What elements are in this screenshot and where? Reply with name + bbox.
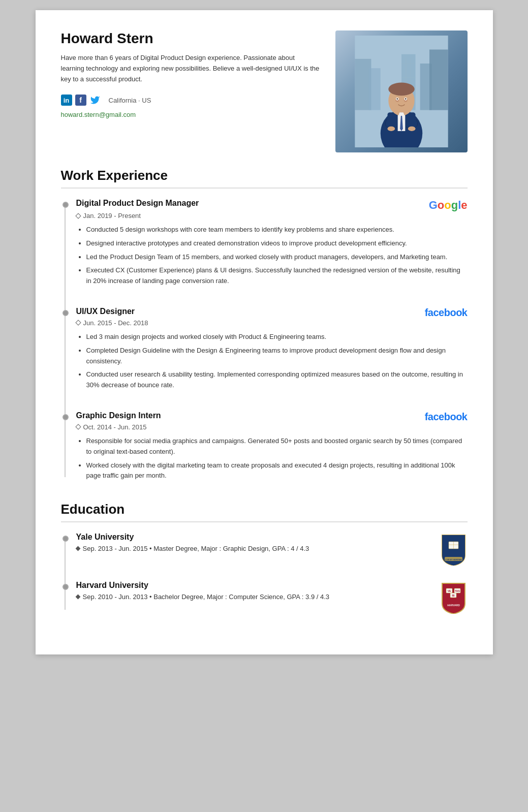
bullet-3-2: Worked closely with the digital marketin… — [86, 460, 468, 482]
social-icons: in f — [61, 95, 101, 106]
bullet-1-1: Conducted 5 design workshops with core t… — [86, 225, 468, 235]
job-title-1: Digital Product Design Manager — [76, 199, 199, 208]
job-date-1: Jan. 2019 - Present — [76, 212, 468, 220]
bullet-2-1: Led 3 main design projects and worked cl… — [86, 332, 468, 342]
job-content-3: Graphic Design Intern facebook Oct. 2014… — [76, 411, 468, 481]
job-date-2: Jun. 2015 - Dec. 2018 — [76, 319, 468, 327]
social-row: in f California · US — [61, 95, 320, 106]
job-date-3: Oct. 2014 - Jun. 2015 — [76, 423, 468, 431]
edu-item-1: Yale University Sep. 2013 - Jun. 2015 • … — [76, 533, 468, 566]
work-experience-title: Work Experience — [61, 168, 468, 189]
bullet-1-4: Executed CX (Customer Experience) plans … — [86, 265, 468, 287]
svg-rect-5 — [368, 68, 380, 110]
svg-text:LUX ET VERITAS: LUX ET VERITAS — [445, 558, 462, 561]
yale-logo: LUX ET VERITAS — [440, 533, 468, 566]
bullet-1-2: Designed interactive prototypes and crea… — [86, 238, 468, 249]
timeline-dot-3 — [63, 414, 69, 420]
edu-item-2: Harvard University Sep. 2010 - Jun. 2013… — [76, 581, 468, 614]
svg-text:TAS: TAS — [455, 589, 460, 592]
header-bio: Have more than 6 years of Digital Produc… — [61, 53, 320, 84]
svg-point-16 — [388, 83, 414, 96]
edu-dot-2 — [63, 584, 69, 590]
education-title: Education — [61, 502, 468, 522]
svg-text:VE: VE — [447, 589, 451, 592]
profile-photo — [335, 30, 468, 152]
job-bullets-1: Conducted 5 design workshops with core t… — [76, 225, 468, 287]
svg-text:HARVARD: HARVARD — [447, 604, 460, 607]
timeline-dot-1 — [63, 202, 69, 208]
date-diamond-1 — [75, 213, 81, 218]
google-logo: Google — [429, 199, 468, 212]
edu-diamond-1 — [75, 546, 80, 551]
svg-rect-3 — [429, 50, 448, 110]
edu-diamond-2 — [75, 595, 80, 600]
edu-left-1: Yale University Sep. 2013 - Jun. 2015 • … — [76, 533, 309, 552]
header-left: Howard Stern Have more than 6 years of D… — [61, 30, 335, 119]
timeline-dot-2 — [63, 310, 69, 316]
school-name-2: Harvard University — [76, 581, 330, 590]
facebook-social-icon[interactable]: f — [75, 95, 86, 106]
job-header-3: Graphic Design Intern facebook — [76, 411, 468, 423]
date-diamond-2 — [75, 320, 81, 326]
svg-point-24 — [408, 127, 415, 131]
edu-dot-1 — [63, 536, 69, 542]
job-item-1: Digital Product Design Manager Google Ja… — [76, 199, 468, 287]
facebook-logo-2: facebook — [425, 411, 468, 423]
svg-point-21 — [396, 98, 398, 100]
job-item-3: Graphic Design Intern facebook Oct. 2014… — [76, 411, 468, 481]
work-experience-timeline: Digital Product Design Manager Google Ja… — [61, 199, 468, 481]
svg-text:RI: RI — [452, 594, 455, 597]
school-name-1: Yale University — [76, 533, 309, 542]
svg-point-22 — [405, 98, 406, 100]
job-content-2: UI/UX Designer facebook Jun. 2015 - Dec.… — [76, 307, 468, 391]
bullet-3-1: Responsible for social media graphics an… — [86, 436, 468, 457]
facebook-logo-1: facebook — [425, 307, 468, 319]
job-bullets-2: Led 3 main design projects and worked cl… — [76, 332, 468, 391]
job-bullets-3: Responsible for social media graphics an… — [76, 436, 468, 481]
job-title-3: Graphic Design Intern — [76, 411, 161, 420]
header-section: Howard Stern Have more than 6 years of D… — [61, 30, 468, 152]
svg-point-23 — [387, 127, 395, 131]
job-content-1: Digital Product Design Manager Google Ja… — [76, 199, 468, 287]
job-header-1: Digital Product Design Manager Google — [76, 199, 468, 212]
job-title-2: UI/UX Designer — [76, 307, 135, 316]
edu-header-1: Yale University Sep. 2013 - Jun. 2015 • … — [76, 533, 468, 566]
bullet-2-3: Conducted user research & usability test… — [86, 369, 468, 391]
svg-rect-4 — [355, 59, 371, 110]
edu-left-2: Harvard University Sep. 2010 - Jun. 2013… — [76, 581, 330, 601]
edu-detail-2: Sep. 2010 - Jun. 2013 • Bachelor Degree,… — [76, 593, 330, 601]
job-header-2: UI/UX Designer facebook — [76, 307, 468, 319]
date-diamond-3 — [75, 424, 81, 430]
candidate-name: Howard Stern — [61, 30, 320, 47]
education-timeline: Yale University Sep. 2013 - Jun. 2015 • … — [61, 533, 468, 614]
twitter-icon[interactable] — [89, 95, 101, 106]
bullet-1-3: Led the Product Design Team of 15 member… — [86, 252, 468, 263]
job-item-2: UI/UX Designer facebook Jun. 2015 - Dec.… — [76, 307, 468, 391]
linkedin-icon[interactable]: in — [61, 95, 72, 106]
email-link[interactable]: howard.stern@gmail.com — [61, 111, 136, 118]
edu-detail-1: Sep. 2013 - Jun. 2015 • Master Degree, M… — [76, 545, 309, 552]
location-text: California · US — [109, 97, 151, 104]
harvard-logo: VE RI TAS HARVARD — [440, 581, 468, 614]
edu-header-2: Harvard University Sep. 2010 - Jun. 2013… — [76, 581, 468, 614]
resume-container: Howard Stern Have more than 6 years of D… — [36, 10, 493, 654]
bullet-2-2: Completed Design Guideline with the Desi… — [86, 346, 468, 367]
